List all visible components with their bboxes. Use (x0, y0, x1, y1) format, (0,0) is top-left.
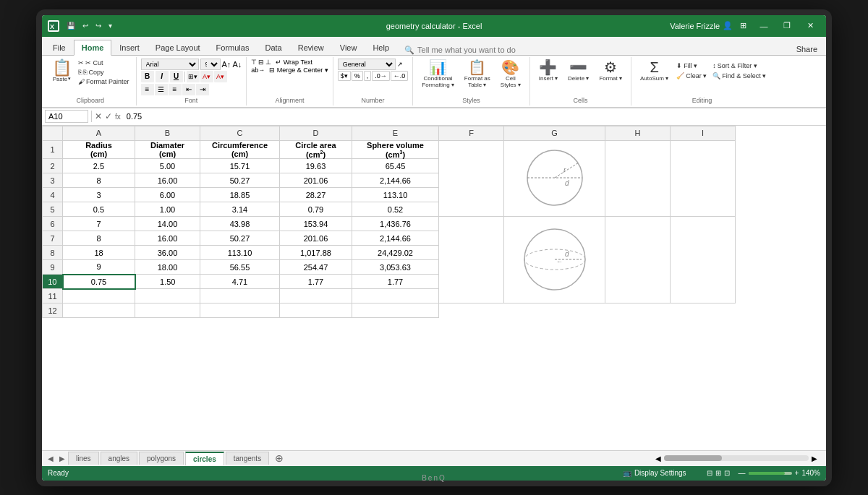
page-layout-view-button[interactable]: ⊞ (715, 469, 721, 477)
cell-b8[interactable]: 36.00 (135, 246, 200, 260)
cell-a7[interactable]: 8 (63, 231, 135, 246)
cell-i6[interactable] (671, 217, 736, 304)
zoom-in-button[interactable]: + (795, 469, 799, 477)
tab-file[interactable]: File (45, 40, 74, 55)
cell-a12[interactable] (63, 304, 135, 318)
cell-c12[interactable] (200, 304, 280, 318)
close-button[interactable]: ✕ (800, 19, 820, 33)
number-format-select[interactable]: General (338, 59, 396, 70)
cell-d1[interactable]: Circle area(cm2) (280, 140, 352, 159)
cell-d5[interactable]: 0.79 (280, 202, 352, 217)
percent-button[interactable]: % (352, 71, 363, 81)
middle-align-button[interactable]: ⊟ (258, 59, 264, 66)
col-header-e[interactable]: E (352, 126, 439, 140)
align-left-button[interactable]: ≡ (141, 84, 154, 95)
number-expand-button[interactable]: ↗ (397, 61, 403, 68)
cell-c8[interactable]: 113.10 (200, 246, 280, 260)
cell-a2[interactable]: 2.5 (63, 159, 135, 173)
col-header-c[interactable]: C (200, 126, 280, 140)
cell-d3[interactable]: 201.06 (280, 173, 352, 188)
cell-e12[interactable] (352, 304, 439, 318)
scroll-right-button[interactable]: ▶ (812, 455, 817, 462)
cell-f6[interactable] (439, 217, 504, 304)
delete-button[interactable]: ➖ Delete ▾ (563, 59, 593, 83)
cell-c1[interactable]: Circumference(cm) (200, 140, 280, 159)
cell-h6[interactable] (605, 217, 671, 304)
cell-c2[interactable]: 15.71 (200, 159, 280, 173)
cell-e7[interactable]: 2,144.66 (352, 231, 439, 246)
cell-b6[interactable]: 14.00 (135, 217, 200, 231)
font-size-select[interactable]: 9 (200, 59, 221, 70)
tab-formulas[interactable]: Formulas (208, 40, 258, 55)
cell-e2[interactable]: 65.45 (352, 159, 439, 173)
cell-b5[interactable]: 1.00 (135, 202, 200, 217)
cell-g6-sphere[interactable]: d ← (504, 217, 605, 304)
dollar-button[interactable]: $▾ (338, 71, 351, 81)
col-header-f[interactable]: F (439, 126, 504, 140)
underline-button[interactable]: U (170, 71, 183, 82)
decrease-decimal-button[interactable]: ←.0 (391, 71, 409, 81)
increase-decimal-button[interactable]: .0→ (372, 71, 390, 81)
cell-a11[interactable] (63, 289, 135, 304)
cell-d9[interactable]: 254.47 (280, 260, 352, 275)
cell-a10[interactable]: 0.75 (63, 275, 135, 289)
cell-c4[interactable]: 18.85 (200, 188, 280, 202)
bold-button[interactable]: B (141, 71, 154, 82)
zoom-slider[interactable] (749, 472, 792, 475)
scroll-tabs-right-button[interactable]: ▶ (56, 453, 68, 464)
top-align-button[interactable]: ⊤ (251, 59, 257, 66)
undo-button[interactable]: ↩ (80, 20, 91, 31)
format-table-button[interactable]: 📋 Format asTable ▾ (460, 59, 495, 90)
sheet-table-wrapper[interactable]: A B C D E F G H I (42, 126, 826, 450)
sheet-tab-circles[interactable]: circles (185, 452, 224, 465)
cell-f1[interactable] (439, 140, 504, 217)
cell-g1[interactable]: r d (504, 140, 605, 217)
cell-e10[interactable]: 1.77 (352, 275, 439, 289)
col-header-b[interactable]: B (135, 126, 200, 140)
cell-b3[interactable]: 16.00 (135, 173, 200, 188)
italic-button[interactable]: I (156, 71, 169, 82)
cell-c3[interactable]: 50.27 (200, 173, 280, 188)
cell-e9[interactable]: 3,053.63 (352, 260, 439, 275)
col-header-a[interactable]: A (63, 126, 135, 140)
cell-h1[interactable] (605, 140, 671, 217)
col-header-i[interactable]: I (671, 126, 736, 140)
col-header-h[interactable]: H (605, 126, 671, 140)
redo-button[interactable]: ↪ (93, 20, 104, 31)
cell-c11[interactable] (200, 289, 280, 304)
page-break-view-button[interactable]: ⊡ (724, 469, 730, 477)
cell-a6[interactable]: 7 (63, 217, 135, 231)
cell-a4[interactable]: 3 (63, 188, 135, 202)
share-button[interactable]: Share (791, 43, 823, 55)
cell-b1[interactable]: Diamater(cm) (135, 140, 200, 159)
autosum-button[interactable]: Σ AutoSum ▾ (636, 59, 673, 83)
cut-button[interactable]: ✂✂ Cut (76, 59, 132, 67)
decrease-font-button[interactable]: A↓ (232, 60, 242, 69)
cell-d7[interactable]: 201.06 (280, 231, 352, 246)
cell-d2[interactable]: 19.63 (280, 159, 352, 173)
cell-e3[interactable]: 2,144.66 (352, 173, 439, 188)
cell-d8[interactable]: 1,017.88 (280, 246, 352, 260)
cell-d10[interactable]: 1.77 (280, 275, 352, 289)
sheet-tab-lines[interactable]: lines (68, 452, 99, 465)
formula-input[interactable] (124, 111, 823, 121)
merge-center-button[interactable]: ⊟ Merge & Center ▾ (269, 66, 328, 74)
tab-page-layout[interactable]: Page Layout (148, 40, 208, 55)
help-icon[interactable]: ⊞ (736, 20, 751, 32)
clear-button[interactable]: 🧹Clear ▾ (674, 72, 709, 80)
align-right-button[interactable]: ≡ (169, 84, 182, 95)
cell-e1[interactable]: Sphere volume(cm3) (352, 140, 439, 159)
cell-e5[interactable]: 0.52 (352, 202, 439, 217)
cell-b11[interactable] (135, 289, 200, 304)
conditional-formatting-button[interactable]: 📊 ConditionalFormatting ▾ (417, 59, 458, 90)
decrease-indent-button[interactable]: ⇤ (182, 84, 195, 95)
cell-reference-input[interactable] (45, 110, 88, 123)
tab-help[interactable]: Help (365, 40, 397, 55)
tab-data[interactable]: Data (257, 40, 289, 55)
add-sheet-button[interactable]: ⊕ (271, 452, 288, 464)
format-painter-button[interactable]: 🖌Format Painter (76, 77, 132, 86)
cell-styles-button[interactable]: 🎨 CellStyles ▾ (496, 59, 525, 90)
scroll-tabs-left-button[interactable]: ◀ (45, 453, 56, 464)
increase-font-button[interactable]: A↑ (222, 60, 231, 69)
borders-button[interactable]: ⊞▾ (187, 71, 200, 82)
